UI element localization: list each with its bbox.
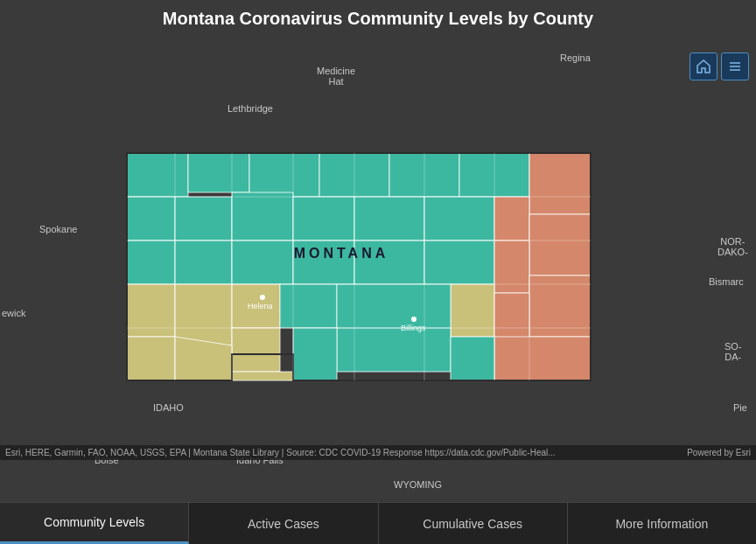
list-button[interactable] [721, 52, 749, 80]
svg-marker-10 [127, 197, 175, 241]
page-title: Montana Coronavirus Community Levels by … [0, 9, 756, 29]
svg-marker-41 [118, 354, 127, 389]
label-regina: Regina [560, 52, 591, 63]
svg-text:Helena: Helena [248, 302, 273, 310]
tab-cumulative-cases[interactable]: Cumulative Cases [379, 503, 568, 544]
label-ewick: ewick [2, 308, 26, 318]
tab-more-information[interactable]: More Information [568, 503, 756, 544]
svg-point-56 [411, 317, 416, 322]
svg-marker-12 [232, 192, 293, 241]
attribution-right: Powered by Esri [687, 448, 751, 457]
svg-marker-9 [529, 153, 591, 214]
svg-marker-20 [232, 241, 293, 284]
svg-marker-23 [424, 241, 494, 284]
svg-marker-18 [127, 241, 175, 284]
montana-map: .county-teal { fill: #3db8a0; stroke: #f… [118, 144, 599, 389]
svg-marker-29 [232, 328, 280, 372]
label-medicine-hat: MedicineHat [317, 66, 355, 87]
svg-marker-39 [293, 328, 337, 380]
svg-text:Billings: Billings [401, 324, 426, 332]
svg-marker-3 [127, 153, 188, 197]
svg-marker-30 [280, 284, 337, 328]
svg-marker-24 [494, 241, 529, 293]
label-nor-dako: NOR-DAKO- [718, 236, 748, 257]
tab-bar: Community Levels Active Cases Cumulative… [0, 502, 756, 544]
label-so-da: SO-DA- [724, 341, 742, 362]
svg-marker-33 [337, 328, 451, 372]
home-button[interactable] [690, 52, 718, 80]
svg-marker-15 [424, 197, 494, 241]
svg-marker-25 [529, 275, 591, 337]
svg-marker-17 [529, 214, 591, 275]
label-pie: Pie [733, 402, 747, 413]
svg-marker-19 [175, 241, 232, 284]
attribution-left: Esri, HERE, Garmin, FAO, NOAA, USGS, EPA… [5, 448, 556, 457]
svg-marker-16 [494, 197, 529, 241]
svg-marker-5 [249, 153, 319, 197]
label-idaho: IDAHO [153, 402, 184, 413]
svg-marker-38 [232, 372, 293, 380]
tab-community-levels[interactable]: Community Levels [0, 503, 189, 544]
svg-point-54 [260, 295, 265, 300]
toolbar [690, 52, 749, 80]
svg-marker-27 [175, 284, 232, 345]
svg-text:MONTANA: MONTANA [294, 246, 389, 261]
label-spokane: Spokane [39, 224, 77, 234]
svg-marker-26 [127, 284, 175, 337]
label-wyoming: WYOMING [394, 479, 442, 490]
svg-marker-35 [494, 337, 591, 380]
svg-marker-36 [127, 337, 175, 380]
attribution-bar: Esri, HERE, Garmin, FAO, NOAA, USGS, EPA… [0, 445, 756, 460]
label-bismarck: Bismarc [709, 276, 744, 287]
map-container: Montana Coronavirus Community Levels by … [0, 0, 756, 502]
svg-marker-14 [354, 197, 424, 241]
tab-active-cases[interactable]: Active Cases [189, 503, 378, 544]
svg-marker-13 [293, 197, 354, 241]
svg-marker-40 [451, 337, 494, 380]
svg-marker-11 [175, 197, 232, 241]
svg-marker-4 [188, 153, 249, 192]
svg-marker-31 [451, 284, 494, 337]
label-lethbridge: Lethbridge [228, 103, 273, 114]
